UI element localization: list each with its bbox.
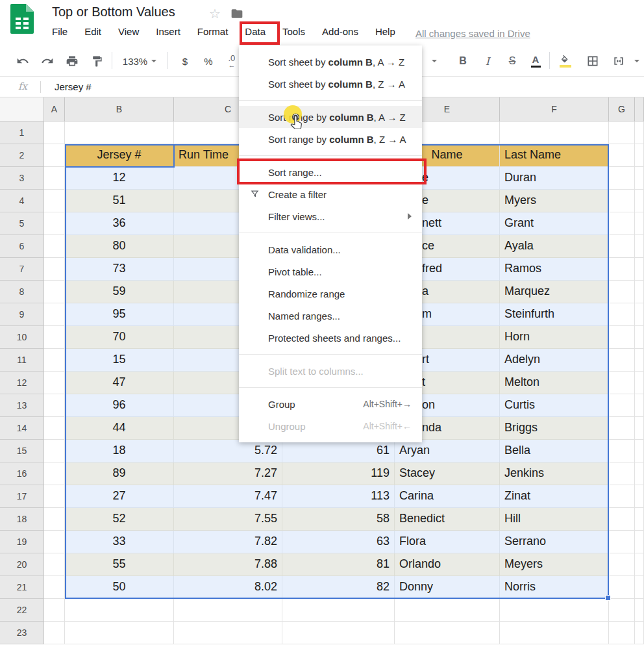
cell-D17[interactable]: 113 [282,485,395,508]
paint-format-icon[interactable] [88,53,105,70]
cell-H12[interactable] [635,372,644,394]
cell-A6[interactable] [44,235,65,258]
menubar-item-help[interactable]: Help [375,26,395,37]
merge-cells-button[interactable] [610,53,627,70]
menu-item-create-filter[interactable]: Create a filter [239,183,422,205]
cell-B15[interactable]: 18 [65,440,174,462]
row-header-19[interactable]: 19 [0,531,44,553]
cell-H2[interactable] [635,144,644,167]
cell-H10[interactable] [635,326,644,349]
cell-D20[interactable]: 81 [282,553,395,576]
cell-E23[interactable] [395,622,500,644]
cell-B20[interactable]: 55 [65,553,174,576]
cell-F22[interactable] [500,599,609,622]
menubar-item-add-ons[interactable]: Add-ons [322,26,358,37]
cell-E19[interactable]: Flora [395,531,500,553]
cell-A8[interactable] [44,281,65,303]
cell-F7[interactable]: Ramos [500,258,609,281]
menu-item-protected-sheets[interactable]: Protected sheets and ranges... [239,327,422,349]
cell-B6[interactable]: 80 [65,235,174,258]
row-header-12[interactable]: 12 [0,372,44,394]
row-header-1[interactable]: 1 [0,121,44,144]
cell-H5[interactable] [635,212,644,235]
cell-A3[interactable] [44,167,65,190]
italic-button[interactable]: I [479,53,496,70]
cell-B19[interactable]: 33 [65,531,174,553]
cell-B16[interactable]: 89 [65,462,174,485]
row-header-8[interactable]: 8 [0,281,44,303]
cell-H3[interactable] [635,167,644,190]
cell-F21[interactable]: Norris [500,576,609,599]
menu-item-sort-sheet-za[interactable]: Sort sheet by column B, Z → A [239,73,422,95]
row-header-14[interactable]: 14 [0,417,44,440]
cell-G4[interactable] [609,190,635,212]
cell-E20[interactable]: Orlando [395,553,500,576]
cell-G19[interactable] [609,531,635,553]
cell-G16[interactable] [609,462,635,485]
cell-A4[interactable] [44,190,65,212]
more-formats-dropdown[interactable] [428,53,440,70]
cell-B4[interactable]: 51 [65,190,174,212]
cell-A11[interactable] [44,349,65,372]
cell-B13[interactable]: 96 [65,394,174,417]
row-header-4[interactable]: 4 [0,190,44,212]
cell-H15[interactable] [635,440,644,462]
column-header-F[interactable]: F [500,97,609,121]
menubar-item-view[interactable]: View [118,26,139,37]
cell-H21[interactable] [635,576,644,599]
cell-F15[interactable]: Bella [500,440,609,462]
cell-G5[interactable] [609,212,635,235]
menu-item-sort-sheet-az[interactable]: Sort sheet by column B, A → Z [239,51,422,73]
row-header-22[interactable]: 22 [0,599,44,622]
cell-A21[interactable] [44,576,65,599]
cell-G1[interactable] [609,121,635,144]
borders-button[interactable] [584,53,601,70]
text-color-button[interactable]: A [527,53,544,70]
cell-F4[interactable]: Myers [500,190,609,212]
cell-A7[interactable] [44,258,65,281]
cell-E16[interactable]: Stacey [395,462,500,485]
cell-H8[interactable] [635,281,644,303]
menubar-item-data[interactable]: Data [245,26,266,37]
cell-H18[interactable] [635,508,644,531]
cell-B3[interactable]: 12 [65,167,174,190]
column-header-A[interactable]: A [44,97,65,121]
menubar-item-insert[interactable]: Insert [156,26,180,37]
cell-F11[interactable]: Adelyn [500,349,609,372]
cell-G12[interactable] [609,372,635,394]
cell-B1[interactable] [65,121,174,144]
column-header-G[interactable]: G [609,97,635,121]
row-header-16[interactable]: 16 [0,462,44,485]
cell-F18[interactable]: Hill [500,508,609,531]
cell-F5[interactable]: Grant [500,212,609,235]
cell-E17[interactable]: Carina [395,485,500,508]
format-currency-button[interactable]: $ [177,53,193,70]
cell-H22[interactable] [635,599,644,622]
cell-G22[interactable] [609,599,635,622]
row-header-3[interactable]: 3 [0,167,44,190]
cell-F2[interactable]: Last Name [500,144,609,167]
menubar-item-format[interactable]: Format [197,26,229,37]
cell-E21[interactable]: Donny [395,576,500,599]
cell-E18[interactable]: Benedict [395,508,500,531]
menu-item-filter-views[interactable]: Filter views... [239,205,422,227]
cell-H13[interactable] [635,394,644,417]
row-header-6[interactable]: 6 [0,235,44,258]
cell-A9[interactable] [44,303,65,326]
merge-dropdown[interactable] [631,53,643,70]
cell-G17[interactable] [609,485,635,508]
cell-C15[interactable]: 5.72 [174,440,282,462]
cell-H6[interactable] [635,235,644,258]
menubar-item-edit[interactable]: Edit [84,26,101,37]
zoom-selector[interactable]: 133% [119,53,160,70]
document-title[interactable]: Top or Bottom Values [52,5,175,19]
cell-A17[interactable] [44,485,65,508]
cell-G13[interactable] [609,394,635,417]
cell-H4[interactable] [635,190,644,212]
cell-C23[interactable] [174,622,282,644]
cell-C22[interactable] [174,599,282,622]
cell-B5[interactable]: 36 [65,212,174,235]
cell-H1[interactable] [635,121,644,144]
cell-G10[interactable] [609,326,635,349]
row-header-15[interactable]: 15 [0,440,44,462]
